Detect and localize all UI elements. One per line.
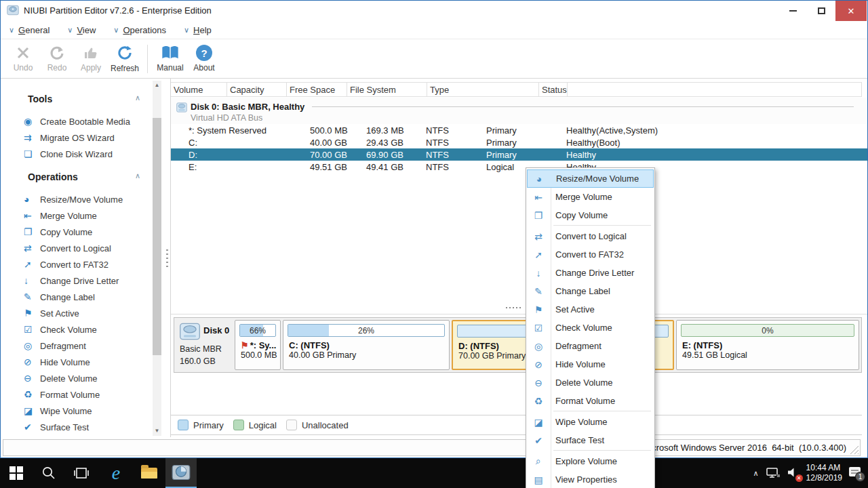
start-button[interactable] [0,458,33,488]
context-menu-item[interactable]: ⊖ Delete Volume [526,373,654,392]
context-menu-item[interactable]: ❐ Copy Volume [526,206,654,224]
operation-icon: ⇤ [24,210,40,221]
volume-row[interactable]: C: 40.00 GB 29.43 GB NTFS Primary Health… [171,136,867,148]
column-header[interactable]: Type [427,83,539,96]
network-icon[interactable] [766,467,781,479]
about-button[interactable]: ? About [187,41,221,77]
taskbar: e ∧ ✕ 10:44 AM 12/8/2019 1 [0,458,868,488]
task-view-button[interactable] [65,458,98,488]
menu-item-icon: ◪ [526,417,551,428]
sidebar-operation-item[interactable]: ◪ Wipe Volume [1,403,170,419]
context-menu-item[interactable]: ⇤ Merge Volume [526,188,654,206]
sidebar-splitter-handle[interactable] [166,249,168,270]
context-menu-item[interactable]: ♻ Format Volume [526,392,654,410]
usage-bar: 26% [288,324,445,337]
menu-item-icon: ◎ [526,341,551,352]
undo-button[interactable]: Undo [6,41,40,77]
sidebar-operation-item[interactable]: ◕ Resize/Move Volume [1,191,170,207]
usage-percent: 26% [288,325,444,336]
context-menu-item[interactable]: ▤ View Properties [526,470,654,488]
context-menu-item[interactable]: ↓ Change Drive Letter [526,264,654,282]
sidebar-operation-item[interactable]: ❐ Copy Volume [1,224,170,240]
sidebar-operation-item[interactable]: ⊘ Hide Volume [1,354,170,370]
tools-list: ◉ Create Bootable Media ⇉ Migrate OS Wiz… [1,113,170,162]
context-menu-item[interactable]: ☑ Check Volume [526,319,654,337]
context-menu-item[interactable]: ◕ Resize/Move Volume [527,169,654,188]
sidebar-tool-item[interactable]: ❏ Clone Disk Wizard [1,146,170,162]
refresh-button[interactable]: Refresh [108,41,142,77]
primary-swatch [178,420,189,430]
volume-row[interactable]: E: 49.51 GB 49.41 GB NTFS Logical Health… [171,161,867,173]
context-menu-item[interactable]: ⚑ Set Active [526,300,654,319]
tools-section-header[interactable]: Tools ∧ [1,94,140,107]
taskbar-clock[interactable]: 10:44 AM 12/8/2019 [806,463,842,483]
operation-icon: ☑ [24,324,40,335]
menu-bar-item[interactable]: ∨ General [9,25,50,35]
menu-bar-item[interactable]: ∨ View [67,25,96,35]
menu-bar: ∨ General ∨ View ∨ Operations ∨ Help [1,21,867,39]
sidebar-operation-item[interactable]: ✎ Change Label [1,289,170,305]
volume-muted-icon[interactable]: ✕ [787,467,800,480]
partition-block[interactable]: 0% ⚑E: (NTFS) 49.51 GB Logical [676,320,859,370]
system-tray: ∧ ✕ 10:44 AM 12/8/2019 1 [753,458,868,488]
scrollbar-thumb[interactable] [153,118,161,355]
column-header[interactable]: Volume [171,83,227,96]
sidebar-operation-item[interactable]: ➚ Convert to FAT32 [1,256,170,272]
column-header[interactable]: Capacity [227,83,287,96]
partition-editor-taskbar-button[interactable] [165,458,197,488]
sidebar-operation-item[interactable]: ◎ Defragment [1,338,170,354]
file-explorer-button[interactable] [133,458,165,488]
sidebar-operation-item[interactable]: ⚑ Set Active [1,305,170,321]
volume-row[interactable]: *: System Reserved 500.0 MB 169.3 MB NTF… [171,124,867,136]
sidebar-operation-item[interactable]: ⇄ Convert to Logical [1,240,170,256]
context-menu-item[interactable]: ➚ Convert to FAT32 [526,245,654,264]
sidebar-operation-item[interactable]: ✔ Surface Test [1,419,170,435]
sidebar-operation-item[interactable]: ⊖ Delete Volume [1,370,170,386]
column-header[interactable]: Status [539,83,568,96]
scroll-down-arrow[interactable]: ▼ [153,426,161,436]
panel-splitter-handle[interactable] [506,307,521,308]
disk-group-row[interactable]: Disk 0: Basic MBR, Healthy Virtual HD AT… [171,98,867,124]
context-menu-item[interactable]: ⌕ Explore Volume [526,452,654,470]
column-header[interactable]: Free Space [287,83,347,96]
sidebar-operation-item[interactable]: ⇤ Merge Volume [1,207,170,224]
sidebar-operation-item[interactable]: ↓ Change Drive Letter [1,272,170,289]
minimize-icon [789,10,797,12]
resize-grip[interactable] [849,445,859,454]
redo-button[interactable]: Redo [40,41,74,77]
context-menu-item[interactable]: ◪ Wipe Volume [526,413,654,431]
partition-name: ⚑C: (NTFS) [289,340,449,350]
search-button[interactable] [33,458,65,488]
internet-explorer-icon[interactable]: e [100,458,132,488]
title-bar: NIUBI Partition Editor v7.2.6 - Enterpri… [1,1,867,21]
action-center-button[interactable]: 1 [849,467,863,479]
operations-section-header[interactable]: Operations ∧ [1,171,140,185]
sidebar-operation-item[interactable]: ☑ Check Volume [1,321,170,338]
partition-block[interactable]: 26% ⚑C: (NTFS) 40.00 GB Primary [283,320,450,370]
sidebar-scrollbar[interactable]: ▲ ▼ [153,81,161,436]
context-menu-item[interactable]: ◎ Defragment [526,337,654,355]
sidebar-operation-item[interactable]: ♻ Format Volume [1,386,170,403]
maximize-button[interactable] [807,1,835,21]
context-menu-item[interactable]: ⊘ Hide Volume [526,355,654,373]
scroll-up-arrow[interactable]: ▲ [153,81,161,90]
manual-button[interactable]: Manual [153,41,187,77]
close-button[interactable]: ✕ [835,1,867,21]
minimize-button[interactable] [778,1,807,21]
operation-icon: ✎ [24,291,40,302]
column-header[interactable]: File System [347,83,427,96]
menu-bar-item[interactable]: ∨ Operations [113,25,166,35]
window-title: NIUBI Partition Editor v7.2.6 - Enterpri… [24,5,212,16]
disk-info-block[interactable]: Disk 0 Basic MBR 160.0 GB [176,320,233,370]
volume-row[interactable]: D: 70.00 GB 69.90 GB NTFS Primary Health… [171,148,867,161]
context-menu-item[interactable]: ✎ Change Label [526,282,654,300]
sidebar-tool-item[interactable]: ⇉ Migrate OS Wizard [1,129,170,146]
apply-button[interactable]: Apply [74,41,108,77]
book-icon [161,45,180,61]
tray-chevron-up-icon[interactable]: ∧ [753,469,759,478]
context-menu-item[interactable]: ✔ Surface Test [526,431,654,449]
partition-block[interactable]: 66% ⚑*: Sy... 500.0 MB [235,320,281,370]
sidebar-tool-item[interactable]: ◉ Create Bootable Media [1,113,170,129]
menu-bar-item[interactable]: ∨ Help [184,25,212,35]
context-menu-item[interactable]: ⇄ Convert to Logical [526,227,654,245]
